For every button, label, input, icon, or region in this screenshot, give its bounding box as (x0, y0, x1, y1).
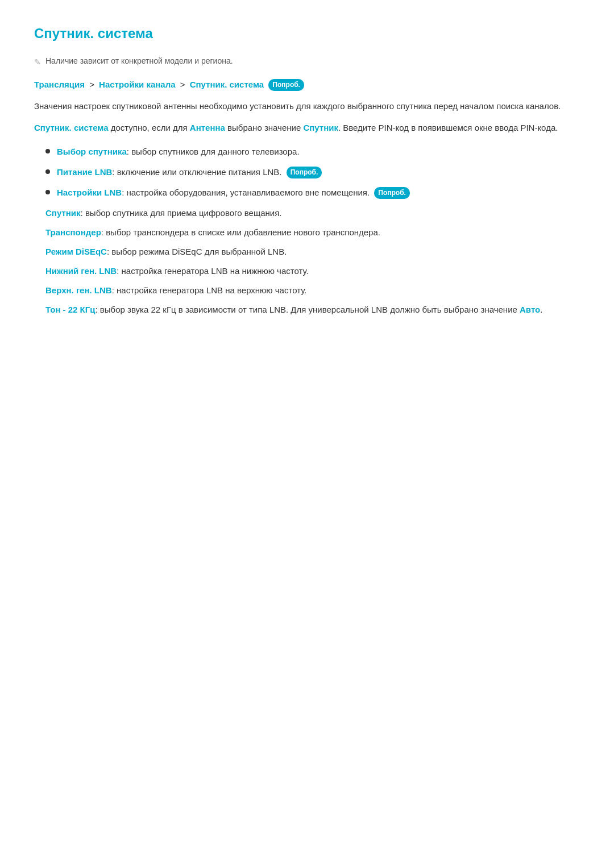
sub-item-ton-22-label: Тон - 22 КГц (45, 305, 96, 314)
sub-item-ton-22-end: . (540, 305, 542, 314)
breadcrumb-sep-1: > (89, 80, 94, 89)
sub-item-diseqc: Режим DiSEqC: выбор режима DiSEqC для вы… (45, 245, 580, 259)
sub-section: Спутник: выбор спутника для приема цифро… (45, 206, 580, 317)
condition-sputnik-sistema: Спутник. система (34, 123, 109, 132)
pencil-icon: ✎ (34, 56, 41, 68)
sub-item-ton-22-highlight: Авто (520, 305, 540, 314)
breadcrumb-link-nastrojki-kanala[interactable]: Настройки канала (99, 80, 175, 89)
bullet-item-3-label: Настройки LNB (57, 188, 122, 197)
condition-text-4: выбрано значение (225, 123, 304, 132)
try-badge-breadcrumb: Попроб. (268, 79, 304, 91)
bullet-item-1-text: Выбор спутника: выбор спутников для данн… (57, 145, 300, 159)
try-badge-pitanie-lnb: Попроб. (287, 167, 322, 178)
sub-item-verkhn-gen-label: Верхн. ген. LNB (45, 285, 112, 295)
sub-item-transponder-label: Транспондер (45, 227, 101, 237)
breadcrumb-link-translyaciya[interactable]: Трансляция (34, 80, 85, 89)
bullet-list: Выбор спутника: выбор спутников для данн… (45, 145, 580, 200)
list-item-pitanie-lnb: Питание LNB: включение или отключение пи… (45, 165, 580, 179)
list-item-vybor-sputnika: Выбор спутника: выбор спутников для данн… (45, 145, 580, 159)
bullet-dot-3 (45, 190, 50, 194)
list-item-nastrojki-lnb: Настройки LNB: настройка оборудования, у… (45, 186, 580, 200)
bullet-dot-2 (45, 169, 50, 174)
note-row: ✎ Наличие зависит от конкретной модели и… (34, 55, 580, 68)
condition-text: Спутник. система доступно, если для Анте… (34, 121, 580, 135)
sub-item-verkhn-gen: Верхн. ген. LNB: настройка генератора LN… (45, 284, 580, 297)
breadcrumb-link-sputnik-sistema[interactable]: Спутник. система (190, 80, 264, 89)
sub-item-nizhniy-gen: Нижний ген. LNB: настройка генератора LN… (45, 264, 580, 278)
sub-item-diseqc-label: Режим DiSEqC (45, 247, 107, 256)
sub-item-sputnik-text: : выбор спутника для приема цифрового ве… (81, 208, 282, 218)
sub-item-ton-22: Тон - 22 КГц: выбор звука 22 кГц в завис… (45, 303, 580, 317)
note-text: Наличие зависит от конкретной модели и р… (45, 55, 233, 67)
bullet-item-2-text: Питание LNB: включение или отключение пи… (57, 165, 322, 179)
sub-item-nizhniy-gen-label: Нижний ген. LNB (45, 266, 117, 276)
sub-item-ton-22-text: : выбор звука 22 кГц в зависимости от ти… (96, 305, 520, 314)
bullet-dot-1 (45, 149, 50, 153)
sub-item-verkhn-gen-text: : настройка генератора LNB на верхнюю ча… (112, 285, 307, 295)
condition-text-2: доступно, если для (109, 123, 190, 132)
try-badge-nastrojki-lnb: Попроб. (374, 187, 410, 199)
bullet-item-2-label: Питание LNB (57, 167, 112, 177)
sub-item-nizhniy-gen-text: : настройка генератора LNB на нижнюю час… (117, 266, 309, 276)
breadcrumb: Трансляция > Настройки канала > Спутник.… (34, 78, 580, 92)
sub-item-sputnik-label: Спутник (45, 208, 81, 218)
condition-sputnik: Спутник (303, 123, 338, 132)
sub-item-sputnik: Спутник: выбор спутника для приема цифро… (45, 206, 580, 220)
condition-antenna: Антенна (190, 123, 225, 132)
sub-item-transponder-text: : выбор транспондера в списке или добавл… (101, 227, 380, 237)
breadcrumb-sep-2: > (180, 80, 185, 89)
page-title: Спутник. система (34, 23, 580, 44)
sub-item-transponder: Транспондер: выбор транспондера в списке… (45, 226, 580, 239)
sub-item-diseqc-text: : выбор режима DiSEqC для выбранной LNB. (107, 247, 287, 256)
bullet-item-3-text: Настройки LNB: настройка оборудования, у… (57, 186, 410, 200)
bullet-item-1-label: Выбор спутника (57, 147, 127, 156)
intro-text: Значения настроек спутниковой антенны не… (34, 99, 580, 113)
condition-text-6: . Введите PIN-код в появившемся окне вво… (338, 123, 558, 132)
